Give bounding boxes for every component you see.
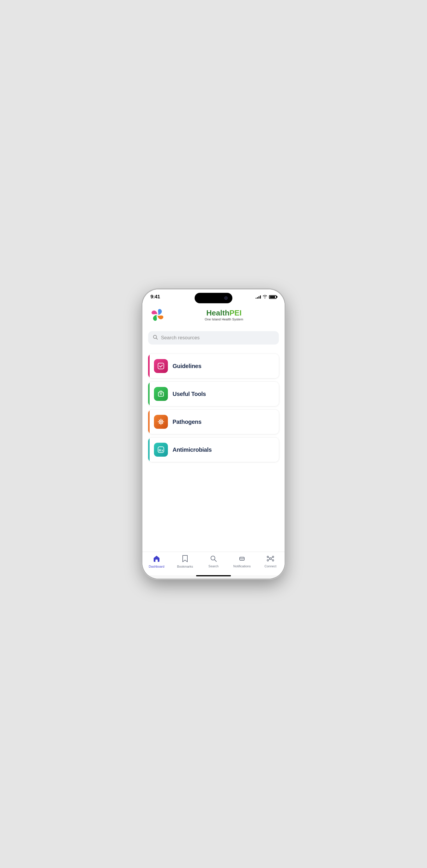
phone-screen: 9:41 [142,289,285,579]
app-subtitle: One Island Health System [205,317,243,321]
home-indicator [196,575,231,576]
svg-line-27 [271,557,272,558]
tab-bar: Dashboard Bookmarks Search [142,552,285,575]
tab-notifications-label: Notifications [233,564,251,568]
tab-bookmarks-label: Bookmarks [177,565,193,568]
svg-line-29 [271,559,272,560]
tools-label: Useful Tools [173,391,206,397]
search-bar[interactable]: Search resources [148,331,279,344]
svg-line-12 [162,420,163,421]
home-icon [153,555,160,564]
svg-rect-17 [240,557,244,560]
search-container: Search resources [142,329,285,351]
guidelines-card[interactable]: Guidelines [148,354,279,378]
svg-line-13 [159,423,160,424]
tab-bookmarks[interactable]: Bookmarks [175,555,195,568]
tab-connect[interactable]: Connect [260,555,281,568]
svg-point-25 [272,560,274,561]
antimicrobials-card[interactable]: Rx Antimicrobials [148,437,279,462]
tab-notifications[interactable]: Notifications [232,555,252,568]
svg-point-24 [267,560,269,561]
svg-point-16 [211,556,215,560]
tab-dashboard[interactable]: Dashboard [146,555,167,568]
svg-line-11 [162,423,163,424]
status-icons [255,295,277,299]
svg-point-18 [241,559,241,560]
svg-point-22 [267,556,269,558]
front-camera [224,296,228,300]
tab-search[interactable]: Search [203,555,224,568]
search-icon [153,335,158,341]
svg-point-5 [160,421,162,423]
tab-dashboard-label: Dashboard [149,565,164,568]
svg-line-26 [269,557,270,558]
phone-frame: 9:41 [142,289,285,579]
svg-rect-1 [158,363,164,369]
pinwheel-logo [149,307,165,323]
wifi-icon [263,295,267,299]
app-title: HealthPEI [206,309,241,317]
search-placeholder: Search resources [161,335,200,341]
svg-line-28 [269,559,270,560]
categories-list: Guidelines Useful Tools [142,351,285,464]
guidelines-border [148,354,150,378]
tools-icon [154,387,168,401]
main-content: HealthPEI One Island Health System Searc… [142,302,285,552]
svg-point-20 [243,559,243,560]
notifications-icon [239,555,245,563]
tab-search-label: Search [209,564,219,568]
svg-point-19 [242,559,242,560]
battery-icon [269,295,277,299]
svg-line-10 [159,420,160,421]
pathogens-label: Pathogens [173,418,202,425]
guidelines-icon [154,359,168,373]
pathogens-card[interactable]: Pathogens [148,410,279,434]
tab-connect-label: Connect [265,564,277,568]
pathogens-border [148,410,150,434]
tools-border [148,382,150,406]
app-header: HealthPEI One Island Health System [142,302,285,329]
pathogens-icon [154,415,168,429]
status-time: 9:41 [150,294,160,300]
health-pei-logo: HealthPEI One Island Health System [170,309,278,321]
antimicrobials-icon: Rx [154,443,168,457]
bookmark-icon [182,555,188,564]
dynamic-island [194,293,233,303]
antimicrobials-border [148,437,150,462]
antimicrobials-label: Antimicrobials [173,446,212,453]
connect-icon [267,555,274,563]
guidelines-label: Guidelines [173,363,201,370]
search-tab-icon [210,555,217,563]
signal-icon [255,295,261,299]
useful-tools-card[interactable]: Useful Tools [148,382,279,406]
svg-rect-3 [160,393,161,395]
svg-point-23 [272,556,274,558]
svg-text:Rx: Rx [159,448,163,452]
